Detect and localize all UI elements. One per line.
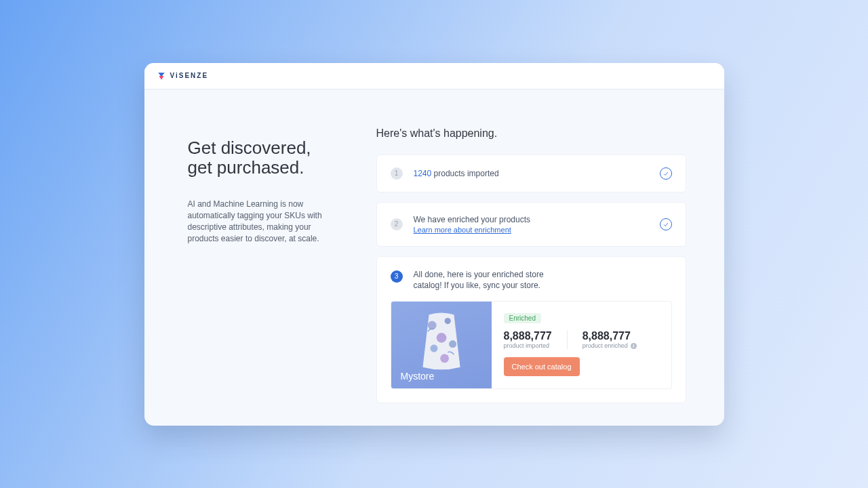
svg-point-6 — [430, 345, 437, 352]
enriched-badge: Enriched — [504, 313, 541, 323]
stat-enriched-label: product enriched — [583, 342, 628, 349]
step-card-1: 1 1240 products imported — [376, 155, 686, 192]
header-bar: ViSENZE — [144, 63, 724, 89]
status-column: Here's what's happening. 1 1240 products… — [376, 127, 686, 405]
enrichment-learn-more-link[interactable]: Learn more about enrichment — [414, 226, 660, 234]
step-card-3: 3 All done, here is your enriched store … — [376, 256, 686, 404]
svg-point-4 — [436, 333, 446, 343]
app-window: ViSENZE Get discovered, get purchased. A… — [144, 63, 724, 426]
check-out-catalog-button[interactable]: Check out catalog — [504, 357, 580, 376]
step-number-1: 1 — [391, 167, 403, 180]
stat-imported-value: 8,888,777 — [504, 330, 552, 342]
step-card-2: 2 We have enriched your products Learn m… — [376, 202, 686, 247]
stat-imported-label: product imported — [504, 342, 552, 349]
content-area: Get discovered, get purchased. AI and Ma… — [144, 89, 724, 426]
svg-point-3 — [444, 318, 450, 324]
check-icon — [660, 218, 672, 230]
intro-column: Get discovered, get purchased. AI and Ma… — [188, 127, 344, 405]
info-icon[interactable]: i — [631, 343, 637, 349]
headline-line-2: get purchased. — [188, 157, 304, 178]
svg-point-7 — [440, 354, 449, 363]
stat-enriched: 8,888,777 product enriched i — [567, 330, 637, 349]
step-2-text: We have enriched your products — [414, 215, 531, 224]
check-icon — [660, 167, 672, 180]
step-2-body: We have enriched your products Learn mor… — [414, 215, 660, 234]
stat-imported: 8,888,777 product imported — [504, 330, 567, 349]
page-headline: Get discovered, get purchased. — [188, 138, 344, 179]
intro-subtext: AI and Machine Learning is now automatic… — [188, 199, 323, 244]
step-3-text: All done, here is your enriched store ca… — [414, 269, 570, 292]
svg-point-5 — [449, 340, 456, 348]
stat-enriched-value: 8,888,777 — [583, 330, 637, 342]
status-title: Here's what's happening. — [376, 127, 686, 140]
imported-label: products imported — [434, 169, 499, 178]
store-stats: Enriched 8,888,777 product imported 8,88… — [492, 302, 671, 388]
store-panel: Mystore Enriched 8,888,777 product impor… — [391, 301, 672, 389]
brand-name: ViSENZE — [170, 72, 209, 79]
svg-marker-1 — [159, 76, 163, 80]
step-number-3: 3 — [391, 270, 403, 283]
brand-logo-icon — [157, 71, 166, 81]
step-1-body: 1240 products imported — [414, 169, 660, 178]
headline-line-1: Get discovered, — [188, 138, 311, 158]
imported-count: 1240 — [414, 169, 432, 178]
step-number-2: 2 — [391, 218, 403, 230]
product-image-icon — [410, 310, 473, 372]
store-name: Mystore — [401, 371, 435, 382]
store-thumbnail: Mystore — [391, 302, 492, 388]
